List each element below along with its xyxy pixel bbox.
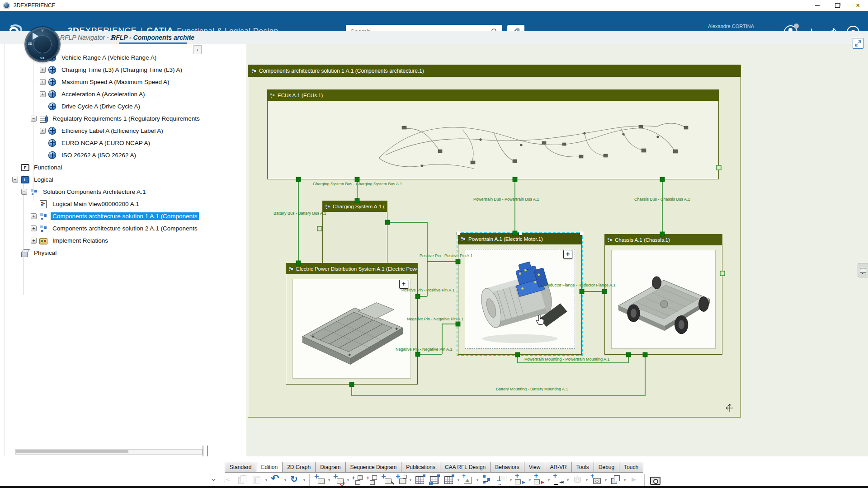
tree-item[interactable]: Physical bbox=[0, 247, 246, 259]
matrix-export-button[interactable] bbox=[442, 473, 456, 487]
component-wizard-button[interactable] bbox=[380, 473, 393, 487]
insert-component-button[interactable] bbox=[351, 473, 364, 487]
minimize-button[interactable] bbox=[807, 0, 827, 11]
add-port-button[interactable] bbox=[552, 473, 565, 487]
tree-item[interactable]: − Regulatory Requirements 1 (Regulatory … bbox=[0, 113, 246, 125]
more-chevron-button[interactable] bbox=[207, 473, 220, 487]
node-powertrain[interactable]: Powertrain A.1 (Electric Motor.1) bbox=[458, 233, 582, 355]
bottom-tab-view[interactable]: View bbox=[524, 462, 545, 473]
paste-dropdown[interactable]: ▾ bbox=[264, 478, 269, 482]
tree-horizontal-scrollbar[interactable] bbox=[15, 449, 203, 455]
replace-component-button[interactable] bbox=[365, 473, 379, 487]
new-component-button[interactable] bbox=[313, 473, 326, 487]
update-button[interactable] bbox=[288, 473, 302, 487]
new-tab-button[interactable]: + bbox=[188, 33, 193, 42]
bottom-tab-standard[interactable]: Standard bbox=[225, 462, 256, 473]
canvas-compass-icon[interactable] bbox=[726, 404, 734, 413]
tree-item[interactable]: − Logical bbox=[0, 174, 246, 186]
node-header[interactable]: Charging System A.1 ( bbox=[323, 201, 387, 212]
scrollbar-thumb[interactable] bbox=[16, 450, 128, 453]
bottom-tab-touch[interactable]: Touch bbox=[619, 462, 643, 473]
undo-button[interactable] bbox=[269, 473, 283, 487]
expander-toggle[interactable]: − bbox=[31, 116, 37, 122]
node-header[interactable]: Chassis A.1 (Chassis.1) bbox=[605, 235, 722, 245]
iso-view-dropdown[interactable]: ▾ bbox=[623, 478, 627, 482]
expander-toggle[interactable]: + bbox=[40, 128, 46, 134]
reorder-components-button[interactable] bbox=[394, 473, 408, 487]
add-port-dropdown[interactable]: ▾ bbox=[566, 478, 570, 482]
expand-node-button[interactable]: + bbox=[563, 250, 572, 259]
tree-item[interactable]: EURO NCAP A (EURO NCAP A) bbox=[0, 137, 246, 149]
tree-item[interactable]: Functional bbox=[0, 161, 246, 174]
tree-item[interactable]: + Components architecture solution 2 A.1… bbox=[0, 222, 246, 235]
new-reference-button[interactable] bbox=[332, 473, 345, 487]
expander-toggle[interactable]: + bbox=[40, 91, 46, 97]
expander-toggle[interactable]: + bbox=[40, 67, 46, 73]
workspace-tab[interactable]: RFLP - Components archite bbox=[119, 31, 187, 44]
bottom-tab-edition[interactable]: Edition bbox=[256, 462, 282, 473]
reorder-components-dropdown[interactable]: ▾ bbox=[408, 478, 413, 482]
expand-node-button[interactable]: + bbox=[399, 280, 408, 289]
tree-item[interactable]: Drive Cycle A (Drive Cycle A) bbox=[0, 100, 246, 113]
panel-resize-grip[interactable] bbox=[203, 446, 208, 456]
add-input-flow-dropdown[interactable]: ▾ bbox=[547, 478, 551, 482]
node-chassis[interactable]: Chassis A.1 (Chassis.1) bbox=[604, 234, 722, 355]
resize-handle[interactable] bbox=[519, 232, 522, 235]
bottom-tab-ar-vr[interactable]: AR-VR bbox=[545, 462, 571, 473]
add-output-flow-dropdown[interactable]: ▾ bbox=[528, 478, 532, 482]
resize-handle[interactable] bbox=[457, 232, 460, 235]
bottom-tab-diagram[interactable]: Diagram bbox=[315, 462, 345, 473]
capture-add-button[interactable] bbox=[590, 473, 603, 487]
undo-dropdown[interactable]: ▾ bbox=[283, 478, 288, 482]
expander-toggle[interactable]: + bbox=[40, 79, 46, 85]
bottom-tab-sequence-diagram[interactable]: Sequence Diagram bbox=[345, 462, 401, 473]
node-electric-power-distribution[interactable]: Electric Power Distribution System A.1 (… bbox=[286, 263, 418, 385]
expander-toggle[interactable]: − bbox=[12, 177, 18, 183]
simulation-robot-dropdown[interactable]: ▾ bbox=[585, 478, 589, 482]
workspace-tab[interactable]: RFLP Navigator - 2 bbox=[63, 31, 111, 44]
bottom-tab-debug[interactable]: Debug bbox=[594, 462, 619, 473]
insert-image-button[interactable] bbox=[461, 473, 475, 487]
matrix-edit-button[interactable] bbox=[428, 473, 441, 487]
swap-reference-dropdown[interactable]: ▾ bbox=[509, 478, 513, 482]
iso-view-button[interactable] bbox=[609, 473, 622, 487]
expander-toggle[interactable]: + bbox=[31, 238, 37, 244]
expander-toggle[interactable]: + bbox=[31, 225, 37, 231]
tree-item[interactable]: + Acceleration A (Acceleration A) bbox=[0, 88, 246, 100]
screenshot-button[interactable] bbox=[648, 473, 661, 487]
tree-item[interactable]: ISO 26262 A (ISO 26262 A) bbox=[0, 149, 246, 161]
bottom-tab-tools[interactable]: Tools bbox=[571, 462, 594, 473]
3d-compass[interactable]: 3DV.R⚲ bbox=[25, 27, 60, 61]
swap-reference-button[interactable] bbox=[495, 473, 508, 487]
tree-item[interactable]: + Implement Relations bbox=[0, 235, 246, 247]
tree-item[interactable]: + Components architecture solution 1 A.1… bbox=[0, 210, 246, 222]
maximize-button[interactable] bbox=[827, 0, 848, 11]
node-header[interactable]: Electric Power Distribution System A.1 (… bbox=[286, 263, 417, 274]
capture-add-dropdown[interactable]: ▾ bbox=[604, 478, 608, 482]
node-charging-system[interactable]: Charging System A.1 ( bbox=[322, 201, 387, 269]
resize-handle[interactable] bbox=[580, 232, 583, 235]
fit-window-button[interactable] bbox=[853, 38, 863, 49]
expander-toggle[interactable]: − bbox=[21, 189, 27, 195]
tree-item[interactable]: + Charging Time (L3) A (Charging Time (L… bbox=[0, 64, 246, 76]
matrix-export-dropdown[interactable]: ▾ bbox=[456, 478, 461, 482]
node-ecus[interactable]: ECUs A.1 (ECUs.1) bbox=[267, 89, 719, 179]
tree-item[interactable]: − Solution Components Architecture A.1 bbox=[0, 186, 246, 198]
add-output-flow-button[interactable] bbox=[514, 473, 527, 487]
matrix-view-button[interactable] bbox=[413, 473, 427, 487]
comments-tab[interactable] bbox=[858, 263, 868, 277]
tree-item[interactable]: Logical Main View00000200 A.1 bbox=[0, 198, 246, 210]
tree-item[interactable]: + Maximum Speed A (Maximum Speed A) bbox=[0, 76, 246, 88]
bottom-tab-caa-rfl-design[interactable]: CAA RFL Design bbox=[440, 462, 490, 473]
structure-view-button[interactable] bbox=[480, 473, 494, 487]
root-node-header[interactable]: Components architecture solution 1 A.1 (… bbox=[248, 65, 741, 77]
update-dropdown[interactable]: ▾ bbox=[302, 478, 307, 482]
tree-item[interactable]: + Efficiency Label A (Efficiency Label A… bbox=[0, 125, 246, 137]
node-header[interactable]: ECUs A.1 (ECUs.1) bbox=[268, 90, 718, 101]
expander-toggle[interactable]: + bbox=[31, 213, 37, 219]
bottom-tab-behaviors[interactable]: Behaviors bbox=[490, 462, 524, 473]
bottom-tab-publications[interactable]: Publications bbox=[401, 462, 440, 473]
new-reference-dropdown[interactable]: ▾ bbox=[346, 478, 350, 482]
close-button[interactable]: ✕ bbox=[848, 0, 868, 11]
bottom-tab-2d-graph[interactable]: 2D Graph bbox=[282, 462, 315, 473]
